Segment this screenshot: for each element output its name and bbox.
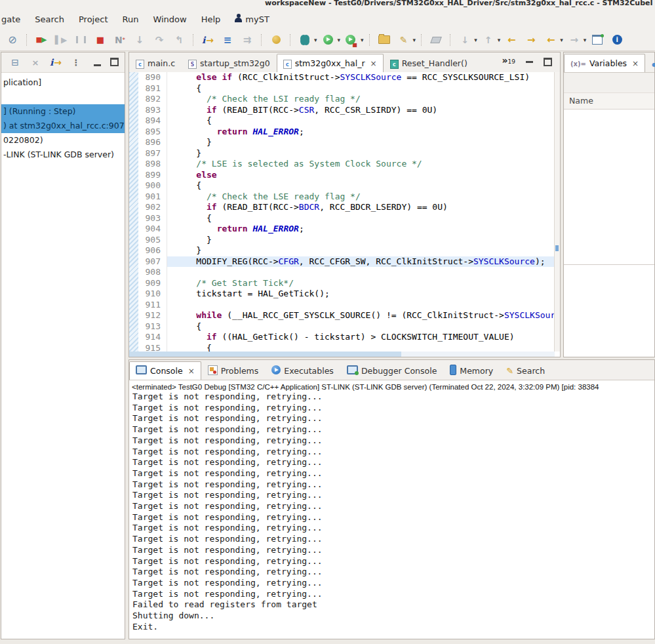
restore-state-dropdown-icon[interactable]: ▾ xyxy=(498,37,501,43)
variables-tab-variables[interactable]: (x)=Variables× xyxy=(564,54,645,72)
forward-history-icon[interactable]: → xyxy=(566,32,582,48)
overview-ruler[interactable] xyxy=(554,72,560,352)
maximize-icon[interactable] xyxy=(110,56,119,69)
window-title: workspaceNew - TestG0/Drivers/STM32G0xx_… xyxy=(265,0,653,7)
current-line-marker xyxy=(555,245,559,251)
step-over-icon[interactable]: ↷ xyxy=(151,32,167,48)
code-line: 907 MODIFY_REG(RCC->CFGR, RCC_CFGR_SW, R… xyxy=(138,256,555,268)
console-tab-search[interactable]: ✎Search xyxy=(500,361,551,380)
editor-tab-reset-handler-[interactable]: cReset_Handler() xyxy=(384,54,474,72)
instruction-stepping-icon[interactable]: i→ xyxy=(200,32,216,48)
close-icon[interactable]: × xyxy=(370,59,377,68)
line-number: 890 xyxy=(138,72,167,83)
mark-occurrences-dropdown-icon[interactable]: ▾ xyxy=(413,37,416,43)
editor-tab-main-c[interactable]: cmain.c xyxy=(129,54,182,72)
minimize-icon[interactable] xyxy=(526,61,533,63)
debug-tree-row[interactable] xyxy=(1,90,125,104)
mark-occurrences-icon[interactable]: ✎ xyxy=(396,32,412,48)
restart-icon[interactable]: ■▶ xyxy=(33,32,49,48)
console-panel: Console×ProblemsExecutablesDebugger Cons… xyxy=(129,359,655,639)
code-line: 908 xyxy=(138,267,555,278)
run-icon[interactable] xyxy=(321,32,336,48)
restore-state-icon[interactable]: ↑ xyxy=(481,32,496,48)
menu-item-help[interactable]: Help xyxy=(194,14,228,24)
line-number: 904 xyxy=(138,224,167,235)
clear-console-icon[interactable] xyxy=(428,32,444,48)
step-return-icon[interactable]: ↰ xyxy=(171,32,187,48)
debug-tree-row[interactable]: ] (Running : Step) xyxy=(1,104,125,119)
variables-tab-b[interactable]: ●●B xyxy=(645,54,655,72)
collapse-all-icon[interactable]: ⊟ xyxy=(7,54,23,70)
console-tab-memory[interactable]: Memory xyxy=(443,361,500,380)
menu-item-run[interactable]: Run xyxy=(115,14,146,24)
step-into-icon[interactable]: ↓ xyxy=(132,32,148,48)
menu-item-gate[interactable]: gate xyxy=(0,14,28,24)
external-tools-icon[interactable]: ■ xyxy=(344,32,359,48)
variables-toolbar xyxy=(564,73,654,93)
debug-tree-row[interactable]: 0220802) xyxy=(1,133,125,148)
code-editor[interactable]: 890 else if (RCC_ClkInitStruct->SYSCLKSo… xyxy=(129,72,555,352)
code-line: 891 { xyxy=(138,83,555,94)
disconnect-icon[interactable]: N* xyxy=(112,32,128,48)
editor-panel: cmain.cSstartup_stm32g0cstm32g0xx_hal_r×… xyxy=(129,52,561,357)
console-tab-executables[interactable]: Executables xyxy=(265,361,340,380)
editor-tab-stm32g0xx-hal-r[interactable]: cstm32g0xx_hal_r× xyxy=(277,54,384,72)
tab-overflow-button[interactable]: »19 xyxy=(502,55,516,68)
load-binary-dropdown-icon[interactable]: ▾ xyxy=(474,37,477,43)
menu-item-project[interactable]: Project xyxy=(71,14,115,24)
line-number: 895 xyxy=(138,127,167,138)
editor-tab-startup-stm32g0[interactable]: Sstartup_stm32g0 xyxy=(182,54,277,72)
debug-tree-row[interactable]: -LINK (ST-LINK GDB server) xyxy=(1,148,125,162)
resume-icon[interactable]: ▌▶ xyxy=(53,32,69,48)
menu-item-search[interactable]: Search xyxy=(28,14,71,24)
show-debug-sources-icon[interactable]: ≡ xyxy=(220,32,235,48)
maximize-icon[interactable] xyxy=(544,58,552,66)
toolbar-separator xyxy=(193,34,194,46)
back-icon[interactable]: ← xyxy=(504,32,519,48)
variables-name-column-header: Name xyxy=(564,93,654,110)
annotation-strip xyxy=(129,72,138,352)
view-menu-icon[interactable]: ⋮ xyxy=(68,54,84,70)
console-tab-problems[interactable]: Problems xyxy=(201,361,266,380)
horizontal-scrollbar[interactable] xyxy=(129,352,555,357)
forward-icon[interactable]: → xyxy=(523,32,539,48)
use-step-filters-icon[interactable]: ⇉ xyxy=(239,32,255,48)
s-file-icon: S xyxy=(188,58,197,69)
debug-tree-row[interactable]: ) at stm32g0xx_hal_rcc.c:907 0x xyxy=(1,119,125,133)
debug-launch-tree[interactable]: plication]] (Running : Step)) at stm32g0… xyxy=(1,73,125,162)
close-icon[interactable]: × xyxy=(632,59,639,68)
help-info-icon[interactable]: i xyxy=(609,32,625,48)
instruction-stepping-icon[interactable]: i→ xyxy=(48,54,64,70)
menu-item-window[interactable]: Window xyxy=(146,14,193,24)
update-software-icon[interactable] xyxy=(268,32,284,48)
line-number: 897 xyxy=(138,148,167,159)
minimize-icon[interactable] xyxy=(94,56,101,69)
open-perspective-icon[interactable] xyxy=(589,32,605,48)
menu-item-myst[interactable]: myST xyxy=(228,14,277,24)
variables-detail-splitter[interactable] xyxy=(564,264,654,265)
debug-tree-row[interactable]: plication] xyxy=(1,75,125,90)
horizontal-scrollbar-thumb[interactable] xyxy=(129,352,401,357)
line-number: 899 xyxy=(138,170,167,181)
skip-all-breakpoints-icon[interactable]: ⊘ xyxy=(5,32,20,48)
load-binary-icon[interactable]: ↓ xyxy=(457,32,473,48)
debug-dropdown-icon[interactable]: ▾ xyxy=(314,37,317,43)
debug-icon[interactable] xyxy=(297,32,313,48)
remove-all-terminated-icon[interactable]: × xyxy=(28,54,43,70)
last-edit-location-dropdown-icon[interactable]: ▾ xyxy=(560,37,563,43)
code-line: 911 xyxy=(138,300,555,311)
external-tools-dropdown-icon[interactable]: ▾ xyxy=(361,37,364,43)
line-number: 892 xyxy=(138,94,167,105)
console-tab-console[interactable]: Console× xyxy=(129,361,201,380)
main-toolbar: ⊘■▶▌▶■N*↓↷↰i→≡⇉▾▾■▾✎▾↓▾↑▾←→←▾→▾i xyxy=(0,29,655,51)
close-icon[interactable]: × xyxy=(188,367,195,376)
open-element-icon[interactable] xyxy=(376,32,392,48)
console-tab-debugger-console[interactable]: Debugger Console xyxy=(340,361,443,380)
code-line: 905 } xyxy=(138,235,555,246)
run-dropdown-icon[interactable]: ▾ xyxy=(338,37,341,43)
forward-history-dropdown-icon[interactable]: ▾ xyxy=(584,37,587,43)
last-edit-location-icon[interactable]: ← xyxy=(543,32,559,48)
terminate-icon[interactable]: ■ xyxy=(92,32,108,48)
code-line: 912 while (__HAL_RCC_GET_SYSCLK_SOURCE()… xyxy=(138,310,555,321)
suspend-icon[interactable] xyxy=(73,32,89,48)
